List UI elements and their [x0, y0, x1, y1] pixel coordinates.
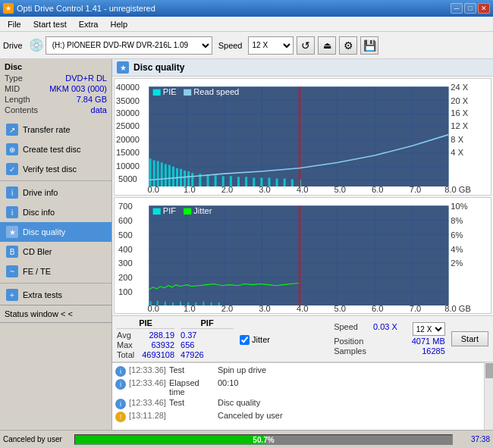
drive-label: Drive	[3, 41, 26, 50]
svg-rect-104	[184, 208, 191, 214]
jitter-label: Jitter	[252, 335, 270, 344]
svg-rect-95	[180, 301, 181, 305]
extra-tests-icon: +	[6, 289, 18, 301]
log-entry-2: i [12:33.46] Test Disc quality	[114, 397, 482, 410]
verify-test-disc-icon: ✓	[6, 163, 18, 175]
nav-extra-tests[interactable]: + Extra tests	[0, 285, 111, 305]
nav-drive-info[interactable]: i Drive info	[0, 183, 111, 202]
svg-text:600: 600	[118, 215, 133, 224]
nav-verify-test-disc[interactable]: ✓ Verify test disc	[0, 159, 111, 179]
jitter-checkbox-row[interactable]: Jitter	[240, 335, 270, 345]
disc-section: Disc Type DVD+R DL MID MKM 003 (000) Len…	[0, 59, 111, 120]
pie-avg: 288.19	[149, 331, 174, 340]
log-msg-2: Disc quality	[218, 398, 260, 407]
svg-rect-25	[172, 167, 174, 186]
minimize-button[interactable]: ─	[451, 3, 463, 14]
nav-cd-bler[interactable]: B CD Bler	[0, 242, 111, 262]
pif-stats: PIF 0.37 656 47926	[181, 318, 234, 359]
nav-transfer-rate[interactable]: ↗ Transfer rate	[0, 120, 111, 139]
svg-rect-37	[245, 177, 247, 186]
svg-rect-100	[218, 302, 220, 305]
menu-start-test[interactable]: Start test	[27, 18, 73, 30]
pie-total: 4693108	[142, 350, 174, 359]
svg-rect-38	[253, 177, 255, 186]
stats-inner: PIE Avg 288.19 Max 63932 Total 4693108	[117, 318, 488, 359]
svg-text:2.0: 2.0	[221, 304, 233, 313]
svg-rect-42	[284, 178, 286, 186]
settings-button[interactable]: ⚙	[339, 36, 357, 55]
log-entry-3: ! [13:11.28] Canceled by user	[114, 410, 482, 423]
nav-disc-quality[interactable]: ★ Disc quality	[0, 222, 111, 242]
nav-disc-info-label: Disc info	[23, 208, 55, 217]
svg-text:4 X: 4 X	[451, 148, 463, 157]
window-controls: ─ □ ✕	[451, 3, 490, 14]
pif-avg: 0.37	[181, 331, 196, 340]
speed-label-stat: Speed	[334, 322, 358, 336]
svg-text:8%: 8%	[451, 215, 463, 224]
max-label: Max	[117, 340, 133, 349]
svg-rect-20	[153, 160, 155, 186]
refresh-button[interactable]: ↺	[297, 36, 315, 55]
log-time-2: [12:33.46]	[129, 398, 166, 407]
svg-text:30000: 30000	[116, 108, 140, 117]
svg-rect-24	[168, 165, 171, 186]
right-panel: ★ Disc quality	[112, 59, 493, 430]
svg-rect-43	[291, 180, 294, 186]
close-button[interactable]: ✕	[478, 3, 490, 14]
svg-text:Read speed: Read speed	[193, 87, 239, 96]
nav-fe-te[interactable]: ~ FE / TE	[0, 262, 111, 281]
menu-file[interactable]: File	[2, 18, 27, 30]
log-area[interactable]: i [12:33.36] Test Spin up drive i [12:33…	[112, 362, 484, 430]
svg-text:1.0: 1.0	[184, 304, 195, 313]
disc-type-label: Type	[5, 74, 23, 83]
svg-text:7.0: 7.0	[410, 185, 421, 194]
disc-quality-icon: ★	[6, 226, 18, 238]
log-scrollbar[interactable]	[484, 362, 493, 430]
log-time-0: [12:33.36]	[129, 365, 166, 374]
svg-rect-32	[206, 174, 209, 186]
disc-mid-label: MID	[5, 84, 20, 93]
speed-select-stat[interactable]: 12 X	[413, 322, 445, 336]
svg-text:8.0 GB: 8.0 GB	[444, 185, 471, 194]
disc-section-title: Disc	[5, 62, 107, 71]
menu-bar: File Start test Extra Help	[0, 17, 493, 32]
log-entry-0: i [12:33.36] Test Spin up drive	[114, 365, 482, 378]
svg-text:8.0 GB: 8.0 GB	[444, 304, 471, 313]
maximize-button[interactable]: □	[464, 3, 476, 14]
disc-contents-row: Contents data	[5, 105, 107, 115]
svg-text:4%: 4%	[451, 244, 463, 253]
svg-text:3.0: 3.0	[259, 185, 270, 194]
jitter-section: Jitter	[240, 334, 270, 345]
svg-text:15000: 15000	[116, 148, 140, 157]
svg-rect-33	[215, 175, 217, 186]
drive-select[interactable]: (H:) PIONEER DVD-RW DVR-216L 1.09	[46, 36, 212, 55]
svg-text:700: 700	[118, 201, 133, 210]
stats-row: PIE Avg 288.19 Max 63932 Total 4693108	[112, 315, 493, 362]
svg-rect-93	[165, 301, 166, 305]
svg-rect-22	[161, 162, 163, 186]
save-button[interactable]: 💾	[360, 36, 378, 55]
svg-text:PIE: PIE	[163, 87, 177, 96]
menu-extra[interactable]: Extra	[73, 18, 105, 30]
toolbar: Drive 💿 (H:) PIONEER DVD-RW DVR-216L 1.0…	[0, 32, 493, 59]
nav-create-test-disc[interactable]: ⊕ Create test disc	[0, 139, 111, 159]
total-label: Total	[117, 350, 134, 359]
speed-select[interactable]: 12 X	[248, 36, 294, 55]
svg-text:6%: 6%	[451, 230, 463, 239]
chart-title: Disc quality	[133, 62, 184, 73]
nav-cd-bler-label: CD Bler	[23, 247, 52, 256]
nav-disc-info[interactable]: i Disc info	[0, 202, 111, 222]
start-button[interactable]: Start	[451, 331, 488, 346]
fe-te-icon: ~	[6, 265, 18, 277]
log-info-icon-2: i	[115, 399, 126, 409]
jitter-checkbox[interactable]	[240, 335, 250, 345]
svg-text:25000: 25000	[116, 121, 140, 130]
pif-max: 656	[181, 340, 194, 349]
status-text: Canceled by user	[3, 435, 71, 443]
disc-length-label: Length	[5, 95, 30, 104]
eject-button[interactable]: ⏏	[318, 36, 336, 55]
status-bar: Canceled by user 50.7% 37:38	[0, 430, 493, 448]
status-window-toggle[interactable]: Status window < <	[0, 305, 111, 323]
nav-create-test-disc-label: Create test disc	[23, 145, 80, 154]
menu-help[interactable]: Help	[104, 18, 133, 30]
